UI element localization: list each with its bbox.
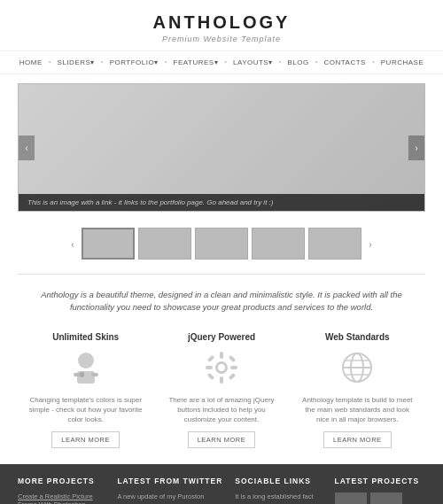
svg-rect-3 [74,373,81,376]
footer-projects-heading: MORE PROJECTS [18,477,108,485]
feature-skins-button[interactable]: LEARN MORE [51,431,120,448]
features-section: Unlimited Skins Changing template's colo… [0,323,443,465]
hero-prev-button[interactable]: ‹ [19,136,35,160]
svg-rect-12 [229,354,236,361]
hero-image [19,84,424,211]
nav-features[interactable]: FEATURES▾ [167,57,225,68]
svg-rect-9 [206,366,213,369]
nav-portfolio[interactable]: PORTFOLIO▾ [104,57,165,68]
footer-social-heading: SOCIABLE LINKS [235,477,325,485]
thumbnail-5[interactable] [308,228,361,260]
svg-rect-14 [229,372,236,379]
thumb-next-arrow[interactable]: › [365,237,376,251]
footer-link-1[interactable]: Create a Realistic Picture Frame With Ph… [18,492,108,504]
feature-skins-text: Changing template's colors is super simp… [27,395,144,425]
footer: MORE PROJECTS Create a Realistic Picture… [0,464,443,504]
nav-purchase[interactable]: PURCHASE [375,57,430,68]
feature-skins: Unlimited Skins Changing template's colo… [18,327,153,454]
globe-icon [335,345,379,390]
site-title: antholoGY [0,12,443,33]
thumb-prev-arrow[interactable]: ‹ [67,237,78,251]
nav-blog[interactable]: BLOG [282,57,315,68]
feature-skins-title: Unlimited Skins [27,332,144,342]
feature-webstandards-title: Web Standards [299,332,416,342]
footer-thumb-1[interactable] [335,492,367,504]
nav-home[interactable]: HOME [13,57,49,68]
intro-text: Anthology is a beautiful theme, designed… [0,282,443,323]
footer-col-social: SOCIABLE LINKS It is a long established … [235,477,325,504]
feature-webstandards-button[interactable]: LEARN MORE [323,431,392,448]
svg-rect-7 [220,352,223,359]
hero-caption: This is an image with a link - it links … [19,194,424,211]
header: antholoGY Premium Website Template HOME … [0,0,443,74]
feature-jquery-title: jQuery Powered [162,332,280,342]
svg-rect-13 [207,372,214,379]
footer-thumb-2[interactable] [370,492,402,504]
divider-1 [18,274,425,275]
svg-rect-4 [91,373,98,376]
svg-rect-8 [220,376,223,384]
feature-jquery-button[interactable]: LEARN MORE [188,431,256,448]
svg-rect-11 [207,354,214,361]
hero-slider: ‹ › This is an image with a link - it li… [18,83,425,212]
nav-layouts[interactable]: LAYOUTS▾ [227,57,279,68]
gear-icon [199,345,244,390]
main-nav: HOME • SLIDERS▾ • PORTFOLIO▾ • FEATURES▾… [0,50,443,74]
footer-twitter-text: A new update of my Puroston WordPress th… [117,492,226,504]
nav-sliders[interactable]: SLIDERS▾ [51,57,101,68]
footer-latest-heading: LATEST PROJECTS [335,477,425,485]
person-icon [64,345,108,390]
nav-contacts[interactable]: CONTACTS [318,57,372,68]
thumbnail-strip: ‹ › [0,221,443,267]
hero-next-button[interactable]: › [408,136,424,160]
feature-webstandards-text: Anthology template is build to meet the … [299,395,416,425]
svg-point-6 [218,364,225,371]
footer-col-projects: MORE PROJECTS Create a Realistic Picture… [18,477,108,504]
thumbnail-3[interactable] [195,228,248,260]
thumbnail-1[interactable] [82,228,135,260]
footer-col-latest: LATEST PROJECTS [335,477,425,504]
svg-rect-10 [230,366,237,369]
thumbnail-4[interactable] [252,228,305,260]
thumbnail-2[interactable] [138,228,191,260]
footer-thumbs-grid [335,492,425,504]
feature-jquery-text: There are a lot of amazing jQuery button… [162,395,280,425]
feature-jquery: jQuery Powered There are a lot of amazin… [153,327,289,454]
footer-social-text: It is a long established fact that a rea… [235,492,325,504]
site-subtitle: Premium Website Template [0,35,443,43]
footer-col-twitter: LATEST FROM TWITTER A new update of my P… [117,477,226,504]
footer-twitter-heading: LATEST FROM TWITTER [117,477,226,485]
svg-point-1 [78,353,94,368]
feature-webstandards: Web Standards Anthology template is buil… [290,327,425,454]
